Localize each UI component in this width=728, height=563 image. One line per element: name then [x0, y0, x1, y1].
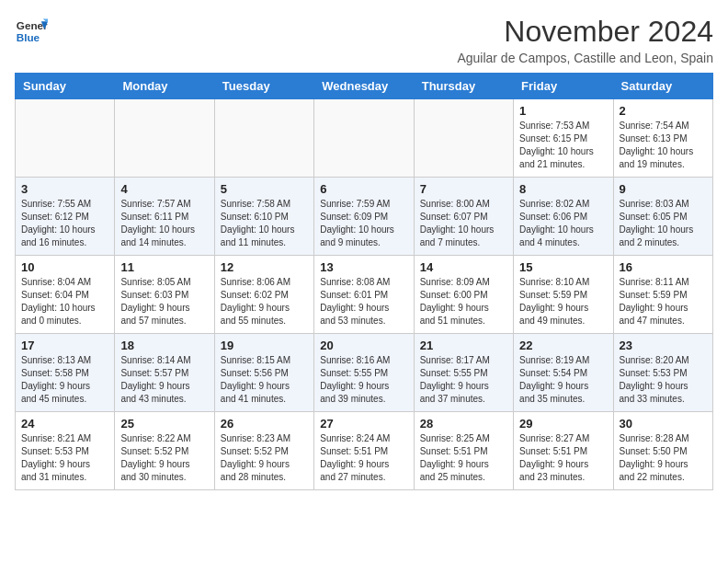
- day-info: Sunrise: 8:24 AM Sunset: 5:51 PM Dayligh…: [320, 432, 407, 484]
- col-header-sunday: Sunday: [16, 74, 115, 99]
- day-number: 7: [420, 182, 507, 196]
- col-header-monday: Monday: [115, 74, 214, 99]
- day-number: 26: [221, 417, 308, 431]
- calendar-cell: 20Sunrise: 8:16 AM Sunset: 5:55 PM Dayli…: [314, 334, 414, 412]
- day-number: 28: [420, 417, 507, 431]
- day-info: Sunrise: 8:17 AM Sunset: 5:55 PM Dayligh…: [420, 354, 507, 406]
- day-number: 16: [620, 260, 707, 274]
- day-info: Sunrise: 8:14 AM Sunset: 5:57 PM Dayligh…: [120, 354, 208, 406]
- calendar-cell: [214, 99, 313, 178]
- calendar-cell: 6Sunrise: 7:59 AM Sunset: 6:09 PM Daylig…: [314, 178, 414, 256]
- calendar-cell: 14Sunrise: 8:09 AM Sunset: 6:00 PM Dayli…: [414, 256, 513, 334]
- day-number: 2: [620, 104, 707, 118]
- day-number: 10: [21, 260, 108, 274]
- day-number: 27: [320, 417, 407, 431]
- day-info: Sunrise: 8:05 AM Sunset: 6:03 PM Dayligh…: [120, 276, 208, 327]
- calendar-cell: 5Sunrise: 7:58 AM Sunset: 6:10 PM Daylig…: [214, 178, 313, 256]
- day-number: 25: [120, 417, 208, 431]
- day-info: Sunrise: 7:55 AM Sunset: 6:12 PM Dayligh…: [21, 198, 108, 249]
- day-number: 22: [519, 339, 607, 352]
- week-row-4: 17Sunrise: 8:13 AM Sunset: 5:58 PM Dayli…: [16, 334, 713, 412]
- day-info: Sunrise: 7:53 AM Sunset: 6:15 PM Dayligh…: [519, 120, 607, 171]
- day-info: Sunrise: 8:11 AM Sunset: 5:59 PM Dayligh…: [620, 276, 707, 327]
- day-number: 12: [221, 260, 308, 274]
- calendar-cell: 13Sunrise: 8:08 AM Sunset: 6:01 PM Dayli…: [314, 256, 414, 334]
- week-row-1: 1Sunrise: 7:53 AM Sunset: 6:15 PM Daylig…: [16, 99, 713, 178]
- day-number: 6: [320, 182, 407, 196]
- day-number: 4: [120, 182, 208, 196]
- calendar-cell: 29Sunrise: 8:27 AM Sunset: 5:51 PM Dayli…: [514, 412, 613, 490]
- calendar-cell: 10Sunrise: 8:04 AM Sunset: 6:04 PM Dayli…: [16, 256, 115, 334]
- day-number: 14: [420, 260, 507, 274]
- logo: General Blue: [15, 15, 48, 48]
- page-header: General Blue November 2024 Aguilar de Ca…: [15, 15, 713, 65]
- title-area: November 2024 Aguilar de Campos, Castill…: [457, 15, 713, 65]
- calendar-cell: [16, 99, 115, 178]
- day-number: 15: [519, 260, 607, 274]
- day-number: 8: [519, 182, 607, 196]
- week-row-3: 10Sunrise: 8:04 AM Sunset: 6:04 PM Dayli…: [16, 256, 713, 334]
- calendar-cell: 19Sunrise: 8:15 AM Sunset: 5:56 PM Dayli…: [214, 334, 313, 412]
- col-header-saturday: Saturday: [613, 74, 712, 99]
- day-info: Sunrise: 8:23 AM Sunset: 5:52 PM Dayligh…: [221, 432, 308, 484]
- day-info: Sunrise: 7:59 AM Sunset: 6:09 PM Dayligh…: [320, 198, 407, 249]
- day-info: Sunrise: 7:54 AM Sunset: 6:13 PM Dayligh…: [620, 120, 707, 171]
- calendar-cell: [314, 99, 414, 178]
- day-info: Sunrise: 8:10 AM Sunset: 5:59 PM Dayligh…: [519, 276, 607, 327]
- logo-icon: General Blue: [15, 15, 48, 48]
- calendar-cell: 23Sunrise: 8:20 AM Sunset: 5:53 PM Dayli…: [613, 334, 712, 412]
- calendar-cell: 12Sunrise: 8:06 AM Sunset: 6:02 PM Dayli…: [214, 256, 313, 334]
- col-header-friday: Friday: [514, 74, 613, 99]
- calendar-cell: 24Sunrise: 8:21 AM Sunset: 5:53 PM Dayli…: [16, 412, 115, 490]
- subtitle: Aguilar de Campos, Castille and Leon, Sp…: [457, 51, 713, 65]
- day-number: 30: [620, 417, 707, 431]
- day-info: Sunrise: 8:28 AM Sunset: 5:50 PM Dayligh…: [620, 432, 707, 484]
- calendar-cell: 8Sunrise: 8:02 AM Sunset: 6:06 PM Daylig…: [514, 178, 613, 256]
- day-number: 9: [620, 182, 707, 196]
- week-row-2: 3Sunrise: 7:55 AM Sunset: 6:12 PM Daylig…: [16, 178, 713, 256]
- day-info: Sunrise: 8:09 AM Sunset: 6:00 PM Dayligh…: [420, 276, 507, 327]
- week-row-5: 24Sunrise: 8:21 AM Sunset: 5:53 PM Dayli…: [16, 412, 713, 490]
- day-info: Sunrise: 8:00 AM Sunset: 6:07 PM Dayligh…: [420, 198, 507, 249]
- calendar-cell: 9Sunrise: 8:03 AM Sunset: 6:05 PM Daylig…: [613, 178, 712, 256]
- calendar-cell: 26Sunrise: 8:23 AM Sunset: 5:52 PM Dayli…: [214, 412, 313, 490]
- day-info: Sunrise: 8:20 AM Sunset: 5:53 PM Dayligh…: [620, 354, 707, 406]
- calendar-cell: 7Sunrise: 8:00 AM Sunset: 6:07 PM Daylig…: [414, 178, 513, 256]
- calendar-cell: 3Sunrise: 7:55 AM Sunset: 6:12 PM Daylig…: [16, 178, 115, 256]
- svg-text:Blue: Blue: [17, 31, 40, 43]
- day-number: 18: [120, 339, 208, 352]
- day-info: Sunrise: 8:21 AM Sunset: 5:53 PM Dayligh…: [21, 432, 108, 484]
- calendar-cell: 22Sunrise: 8:19 AM Sunset: 5:54 PM Dayli…: [514, 334, 613, 412]
- calendar-cell: [115, 99, 214, 178]
- calendar-header-row: SundayMondayTuesdayWednesdayThursdayFrid…: [16, 74, 713, 99]
- calendar-cell: 15Sunrise: 8:10 AM Sunset: 5:59 PM Dayli…: [514, 256, 613, 334]
- day-number: 20: [320, 339, 407, 352]
- calendar-cell: 11Sunrise: 8:05 AM Sunset: 6:03 PM Dayli…: [115, 256, 214, 334]
- day-number: 23: [620, 339, 707, 352]
- day-info: Sunrise: 8:15 AM Sunset: 5:56 PM Dayligh…: [221, 354, 308, 406]
- calendar-cell: 4Sunrise: 7:57 AM Sunset: 6:11 PM Daylig…: [115, 178, 214, 256]
- calendar-cell: 18Sunrise: 8:14 AM Sunset: 5:57 PM Dayli…: [115, 334, 214, 412]
- calendar-cell: 25Sunrise: 8:22 AM Sunset: 5:52 PM Dayli…: [115, 412, 214, 490]
- day-info: Sunrise: 7:57 AM Sunset: 6:11 PM Dayligh…: [120, 198, 208, 249]
- day-info: Sunrise: 8:27 AM Sunset: 5:51 PM Dayligh…: [519, 432, 607, 484]
- calendar-cell: [414, 99, 513, 178]
- day-info: Sunrise: 8:22 AM Sunset: 5:52 PM Dayligh…: [120, 432, 208, 484]
- calendar-cell: 17Sunrise: 8:13 AM Sunset: 5:58 PM Dayli…: [16, 334, 115, 412]
- day-info: Sunrise: 8:02 AM Sunset: 6:06 PM Dayligh…: [519, 198, 607, 249]
- day-info: Sunrise: 7:58 AM Sunset: 6:10 PM Dayligh…: [221, 198, 308, 249]
- calendar-cell: 28Sunrise: 8:25 AM Sunset: 5:51 PM Dayli…: [414, 412, 513, 490]
- day-number: 24: [21, 417, 108, 431]
- calendar-cell: 30Sunrise: 8:28 AM Sunset: 5:50 PM Dayli…: [613, 412, 712, 490]
- day-number: 17: [21, 339, 108, 352]
- month-title: November 2024: [457, 15, 713, 49]
- day-info: Sunrise: 8:16 AM Sunset: 5:55 PM Dayligh…: [320, 354, 407, 406]
- day-info: Sunrise: 8:08 AM Sunset: 6:01 PM Dayligh…: [320, 276, 407, 327]
- day-number: 19: [221, 339, 308, 352]
- calendar-cell: 21Sunrise: 8:17 AM Sunset: 5:55 PM Dayli…: [414, 334, 513, 412]
- day-info: Sunrise: 8:04 AM Sunset: 6:04 PM Dayligh…: [21, 276, 108, 327]
- calendar-cell: 16Sunrise: 8:11 AM Sunset: 5:59 PM Dayli…: [613, 256, 712, 334]
- day-number: 1: [519, 104, 607, 118]
- calendar-cell: 27Sunrise: 8:24 AM Sunset: 5:51 PM Dayli…: [314, 412, 414, 490]
- day-number: 13: [320, 260, 407, 274]
